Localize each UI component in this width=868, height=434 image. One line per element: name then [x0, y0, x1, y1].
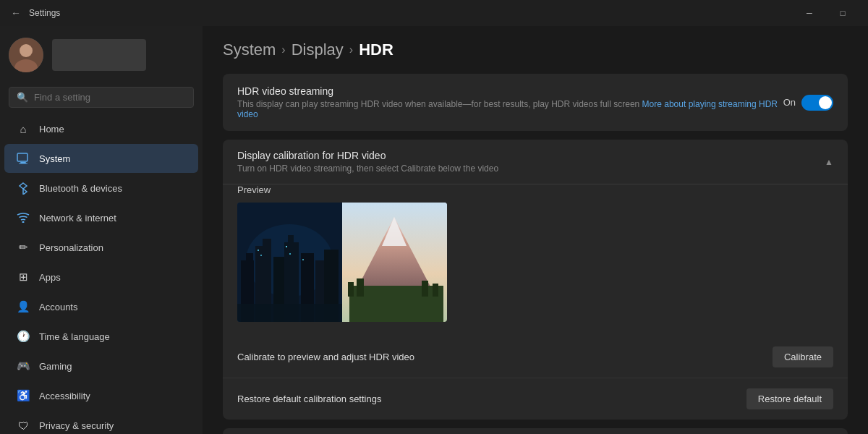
- svg-rect-22: [289, 253, 291, 255]
- search-icon: 🔍: [17, 92, 28, 103]
- search-input[interactable]: [34, 92, 186, 103]
- nav-list: ⌂ Home System Bl: [0, 114, 203, 434]
- sidebar-item-accounts[interactable]: 👤 Accounts: [4, 292, 198, 321]
- svg-rect-19: [258, 250, 259, 251]
- svg-rect-10: [246, 253, 253, 268]
- svg-rect-30: [357, 278, 364, 297]
- calibration-subtitle: Turn on HDR video streaming, then select…: [237, 163, 498, 174]
- time-icon: 🕐: [16, 329, 30, 344]
- apps-icon: ⊞: [16, 270, 30, 284]
- hdr-video-toggle[interactable]: On: [783, 95, 833, 111]
- svg-rect-24: [237, 304, 342, 322]
- breadcrumb-hdr: HDR: [359, 41, 393, 59]
- home-icon: ⌂: [16, 122, 30, 136]
- sidebar-item-label: System: [39, 153, 70, 164]
- sidebar-item-privacy[interactable]: 🛡 Privacy & security: [4, 411, 198, 434]
- window-controls: ─ □: [793, 0, 859, 26]
- breadcrumb-sep-2: ›: [349, 43, 353, 56]
- personalization-icon: ✏: [16, 240, 30, 255]
- breadcrumb: System › Display › HDR: [223, 41, 848, 59]
- preview-label: Preview: [237, 184, 833, 195]
- sidebar-item-label: Privacy & security: [39, 420, 114, 431]
- sidebar-item-label: Accessibility: [39, 391, 90, 401]
- svg-point-1: [20, 44, 33, 57]
- restore-default-button[interactable]: Restore default: [746, 388, 833, 409]
- sidebar-item-system[interactable]: System: [4, 144, 198, 173]
- calibrate-label: Calibrate to preview and adjust HDR vide…: [237, 352, 414, 362]
- breadcrumb-system[interactable]: System: [223, 41, 276, 59]
- titlebar-title: Settings: [29, 8, 60, 18]
- sidebar-item-accessibility[interactable]: ♿ Accessibility: [4, 381, 198, 410]
- breadcrumb-display[interactable]: Display: [292, 41, 344, 59]
- svg-rect-20: [260, 255, 262, 256]
- preview-container: Preview: [223, 184, 848, 336]
- hdr-video-row: HDR video streaming This display can pla…: [223, 74, 848, 131]
- sidebar-item-label: Accounts: [39, 302, 77, 312]
- network-icon: [16, 210, 30, 225]
- sidebar-item-bluetooth[interactable]: Bluetooth & devices: [4, 174, 198, 203]
- restore-label: Restore default calibration settings: [237, 393, 381, 404]
- preview-left: [237, 203, 342, 322]
- sidebar-item-label: Bluetooth & devices: [39, 183, 122, 194]
- svg-point-6: [22, 221, 25, 224]
- hdr-video-title: HDR video streaming: [237, 85, 783, 97]
- sidebar-item-gaming[interactable]: 🎮 Gaming: [4, 352, 198, 380]
- profile-banner: [52, 39, 146, 71]
- system-icon: [16, 151, 30, 166]
- sidebar-search[interactable]: 🔍: [9, 87, 194, 108]
- gaming-icon: 🎮: [16, 359, 30, 373]
- breadcrumb-sep-1: ›: [281, 43, 285, 56]
- content-area: System › Display › HDR HDR video streami…: [203, 26, 868, 434]
- toggle-on-label: On: [783, 97, 796, 108]
- hdr-video-info: HDR video streaming This display can pla…: [237, 85, 783, 119]
- accessibility-icon: ♿: [16, 388, 30, 403]
- display-calibration-card: Display calibration for HDR video Turn o…: [223, 140, 848, 420]
- calibration-header[interactable]: Display calibration for HDR video Turn o…: [223, 140, 848, 184]
- toggle-switch[interactable]: [801, 95, 833, 111]
- sidebar: 🔍 ⌂ Home System: [0, 26, 203, 434]
- svg-rect-5: [19, 163, 27, 164]
- preview-image: [237, 203, 447, 322]
- sidebar-item-label: Apps: [39, 272, 61, 283]
- svg-rect-21: [286, 246, 287, 247]
- minimize-button[interactable]: ─: [793, 0, 826, 26]
- svg-rect-29: [348, 282, 354, 297]
- sidebar-item-network[interactable]: Network & internet: [4, 203, 198, 232]
- main-layout: 🔍 ⌂ Home System: [0, 26, 868, 434]
- svg-rect-3: [17, 153, 27, 161]
- svg-rect-32: [433, 284, 438, 297]
- accounts-icon: 👤: [16, 299, 30, 314]
- maximize-button[interactable]: □: [826, 0, 859, 26]
- sidebar-item-label: Gaming: [39, 361, 72, 372]
- svg-rect-31: [422, 281, 428, 297]
- calibrate-row: Calibrate to preview and adjust HDR vide…: [223, 336, 848, 378]
- calibration-title: Display calibration for HDR video: [237, 150, 498, 161]
- hdr-video-card: HDR video streaming This display can pla…: [223, 74, 848, 131]
- privacy-icon: 🛡: [16, 418, 30, 433]
- sidebar-profile: [0, 26, 203, 84]
- chevron-up-icon: ▲: [825, 157, 833, 167]
- avatar: [9, 38, 43, 72]
- sidebar-item-apps[interactable]: ⊞ Apps: [4, 263, 198, 292]
- titlebar: ← Settings ─ □: [0, 0, 868, 26]
- sidebar-item-label: Home: [39, 124, 64, 135]
- sidebar-item-personalization[interactable]: ✏ Personalization: [4, 233, 198, 262]
- restore-row: Restore default calibration settings Res…: [223, 378, 848, 420]
- hdr-video-subtitle: This display can play streaming HDR vide…: [237, 99, 783, 119]
- battery-row: Battery options When viewing HDR content…: [223, 428, 848, 434]
- sidebar-item-label: Network & internet: [39, 213, 116, 224]
- bluetooth-icon: [16, 181, 30, 195]
- back-button[interactable]: ←: [9, 7, 23, 19]
- svg-rect-23: [302, 259, 304, 260]
- calibration-info: Display calibration for HDR video Turn o…: [237, 150, 498, 174]
- sidebar-item-home[interactable]: ⌂ Home: [4, 114, 198, 143]
- calibrate-button[interactable]: Calibrate: [773, 346, 833, 367]
- sidebar-item-label: Time & language: [39, 331, 110, 342]
- sidebar-item-label: Personalization: [39, 242, 103, 253]
- sidebar-item-time[interactable]: 🕐 Time & language: [4, 322, 198, 351]
- preview-right: [342, 203, 447, 322]
- battery-options-card: Battery options When viewing HDR content…: [223, 428, 848, 434]
- svg-rect-12: [263, 239, 271, 260]
- svg-rect-15: [288, 235, 294, 250]
